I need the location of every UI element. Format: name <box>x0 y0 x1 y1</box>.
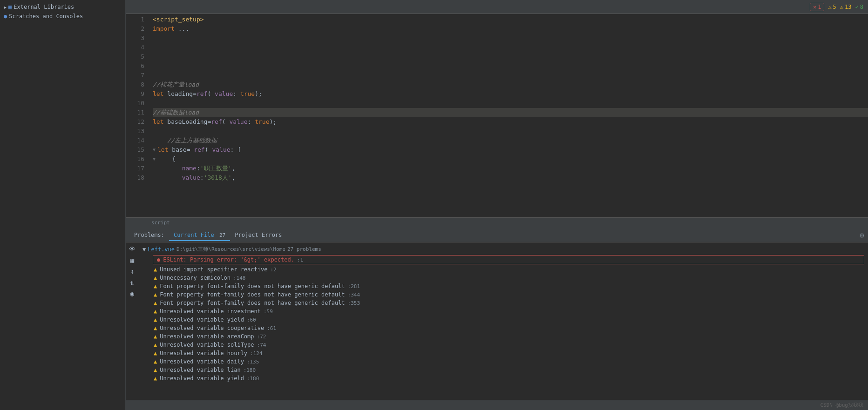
scratches-icon: ● <box>4 13 7 20</box>
problem-item-7[interactable]: ▲ Unresolved variable yield :60 <box>139 316 868 324</box>
filter-icon[interactable]: ◉ <box>128 289 137 298</box>
problem-item-1[interactable]: ▲ Unused import specifier reactive :2 <box>139 265 868 274</box>
sort-desc-icon[interactable]: ⇅ <box>128 278 137 287</box>
problem-item-8[interactable]: ▲ Unresolved variable cooperative :61 <box>139 324 868 332</box>
tab-project-errors[interactable]: Project Errors <box>230 230 286 241</box>
sort-asc-icon[interactable]: ↕ <box>128 267 137 276</box>
script-label: script <box>151 220 170 226</box>
library-icon: ▦ <box>8 4 12 10</box>
problem-text-2: Unnecessary semicolon <box>160 275 231 281</box>
panel-icon[interactable]: ▦ <box>128 255 137 265</box>
code-line-17: name:'职工数量', <box>153 164 868 173</box>
code-line-4 <box>153 43 868 52</box>
problem-text-1: Unused import specifier reactive <box>160 266 267 273</box>
problem-text-11: Unresolved variable hourly <box>160 350 247 356</box>
status-bar: CSDN @bug找我我 <box>126 400 868 410</box>
warning-triangle-icon-3: ▲ <box>154 283 157 289</box>
warning-triangle-icon-7: ▲ <box>154 316 157 323</box>
gutter-arrow-15: ▼ <box>153 145 156 155</box>
problem-line-4: :344 <box>348 292 360 298</box>
file-group-count: 27 problems <box>287 246 321 252</box>
problem-item-5[interactable]: ▲ Font property font-family does not hav… <box>139 299 868 307</box>
eye-icon[interactable]: 👁 <box>128 244 137 254</box>
ok-count-badge: ✓ 8 <box>855 4 863 10</box>
code-line-2: import ... <box>153 24 868 34</box>
problem-line-0: :1 <box>297 257 303 263</box>
problems-body: 👁 ▦ ↕ ⇅ ◉ ▼ Left.vue D:\git\三师\Resources… <box>126 242 868 400</box>
warning-triangle-icon-10: ▲ <box>154 342 157 348</box>
problem-line-3: :281 <box>348 283 360 289</box>
error-count: 1 <box>818 4 821 10</box>
file-group-header: ▼ Left.vue D:\git\三师\Resources\src\views… <box>139 244 868 254</box>
file-group-file: Left.vue <box>148 246 175 253</box>
problem-item-13[interactable]: ▲ Unresolved variable lian :180 <box>139 366 868 374</box>
warning-count-badge-1: ⚠ 5 <box>828 4 836 10</box>
problem-text-5: Font property font-family does not have … <box>160 300 345 306</box>
warning-triangle-icon-1: ▲ <box>154 266 157 273</box>
problem-line-9: :72 <box>257 334 266 340</box>
problem-item-11[interactable]: ▲ Unresolved variable hourly :124 <box>139 349 868 357</box>
line-numbers: 1 2 3 4 5 6 7 8 9 10 11 12 13 14 15 16 1 <box>126 14 149 217</box>
code-line-3 <box>153 34 868 43</box>
code-content[interactable]: 1 2 3 4 5 6 7 8 9 10 11 12 13 14 15 16 1 <box>126 14 868 217</box>
warning-icon-1: ⚠ <box>828 4 831 10</box>
warning-count-2: 13 <box>845 4 851 10</box>
problems-panel: Problems: Current File 27 Project Errors… <box>126 228 868 400</box>
sidebar: ▶ ▦ External Libraries ● Scratches and C… <box>0 0 126 410</box>
editor-area: ✕ 1 ⚠ 5 ⚠ 13 ✓ 8 1 2 3 <box>126 0 868 410</box>
main-layout: ▶ ▦ External Libraries ● Scratches and C… <box>0 0 868 410</box>
warning-count-badge-2: ⚠ 13 <box>840 4 852 10</box>
problem-text-7: Unresolved variable yield <box>160 316 244 323</box>
warning-icon-2: ⚠ <box>840 4 843 10</box>
code-line-6 <box>153 61 868 71</box>
code-line-12: let baseLoading=ref( value: true); <box>153 117 868 127</box>
problem-item-6[interactable]: ▲ Unresolved variable investment :59 <box>139 307 868 316</box>
problem-text-12: Unresolved variable daily <box>160 358 244 365</box>
problem-text-10: Unresolved variable soliType <box>160 342 254 348</box>
problem-text-4: Font property font-family does not have … <box>160 291 345 298</box>
code-line-10 <box>153 99 868 108</box>
problem-item-12[interactable]: ▲ Unresolved variable daily :135 <box>139 357 868 366</box>
error-count-badge: ✕ 1 <box>810 3 824 11</box>
problem-line-5: :353 <box>348 300 360 306</box>
problem-text-9: Unresolved variable areaComp <box>160 333 254 340</box>
problem-item-2[interactable]: ▲ Unnecessary semicolon :148 <box>139 274 868 282</box>
code-line-16: ▼ { <box>153 155 868 164</box>
problem-item-9[interactable]: ▲ Unresolved variable areaComp :72 <box>139 332 868 341</box>
code-lines: <script_setup> import ... //棉花产量load let… <box>149 14 868 217</box>
problem-item-14[interactable]: ▲ Unresolved variable yield :180 <box>139 374 868 383</box>
problem-line-12: :135 <box>247 359 259 365</box>
problem-line-11: :124 <box>250 350 263 356</box>
script-label-bar: script <box>126 217 868 228</box>
problems-content[interactable]: ▼ Left.vue D:\git\三师\Resources\src\views… <box>139 242 868 400</box>
code-line-7 <box>153 71 868 80</box>
current-file-label: Current File <box>174 232 214 238</box>
problem-item-3[interactable]: ▲ Font property font-family does not hav… <box>139 282 868 290</box>
current-file-count: 27 <box>219 232 225 238</box>
problem-text-error: ESLint: Parsing error: '&gt;' expected. <box>163 256 294 263</box>
code-line-8: //棉花产量load <box>153 80 868 89</box>
problem-line-7: :60 <box>247 317 256 323</box>
problem-line-1: :2 <box>270 267 276 273</box>
problems-label: Problems: <box>134 232 164 238</box>
warning-triangle-icon-9: ▲ <box>154 333 157 340</box>
chevron-down-icon: ▼ <box>142 246 146 253</box>
watermark-text: CSDN @bug找我我 <box>820 402 863 409</box>
problem-item-error-eslint[interactable]: ● ESLint: Parsing error: '&gt;' expected… <box>153 255 864 264</box>
error-icon: ✕ <box>813 4 816 10</box>
sidebar-item-external-libraries[interactable]: ▶ ▦ External Libraries <box>0 2 125 12</box>
problem-text-3: Font property font-family does not have … <box>160 283 345 289</box>
settings-gear-icon[interactable]: ⚙ <box>860 231 864 240</box>
code-line-15: ▼ let base= ref( value: [ <box>153 145 868 155</box>
warning-triangle-icon-13: ▲ <box>154 367 157 373</box>
problems-tabs: Problems: Current File 27 Project Errors… <box>126 229 868 242</box>
sidebar-item-scratches-consoles[interactable]: ● Scratches and Consoles <box>0 12 125 21</box>
problem-text-13: Unresolved variable lian <box>160 367 240 373</box>
problem-item-10[interactable]: ▲ Unresolved variable soliType :74 <box>139 341 868 349</box>
problem-item-4[interactable]: ▲ Font property font-family does not hav… <box>139 290 868 299</box>
code-line-9: let loading=ref( value: true); <box>153 89 868 99</box>
problem-text-8: Unresolved variable cooperative <box>160 325 264 331</box>
warning-triangle-icon-2: ▲ <box>154 275 157 281</box>
problems-left-icons: 👁 ▦ ↕ ⇅ ◉ <box>126 242 139 400</box>
tab-current-file[interactable]: Current File 27 <box>169 230 230 241</box>
